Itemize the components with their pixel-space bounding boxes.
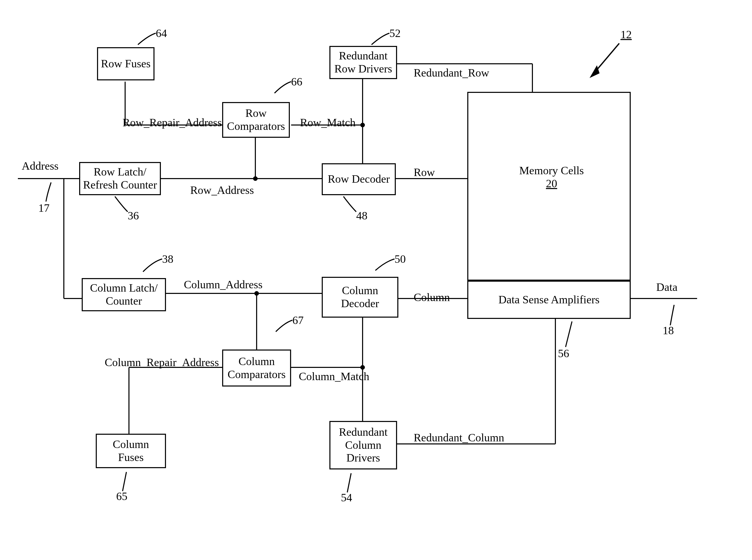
ref-column-comparators: 67 bbox=[292, 314, 304, 327]
block-redundant-row-drivers: Redundant Row Drivers bbox=[329, 46, 397, 79]
signal-column-address: Column_Address bbox=[184, 278, 263, 291]
ref-address: 17 bbox=[38, 202, 50, 215]
row-latch-label: Row Latch/ Refresh Counter bbox=[83, 165, 157, 191]
signal-row-match: Row_Match bbox=[300, 116, 356, 129]
signal-column-match: Column_Match bbox=[299, 370, 369, 383]
signal-row: Row bbox=[414, 166, 435, 179]
ref-row-fuses: 64 bbox=[156, 27, 167, 40]
ref-sense-amps: 56 bbox=[558, 347, 569, 360]
memory-cells-ref: 20 bbox=[546, 177, 557, 190]
signal-row-address: Row_Address bbox=[190, 184, 254, 197]
block-redundant-column-drivers: Redundant Column Drivers bbox=[329, 421, 397, 469]
svg-point-25 bbox=[360, 365, 365, 370]
ref-redundant-column-drivers: 54 bbox=[341, 491, 352, 504]
signal-row-repair-address: Row_Repair_Address bbox=[122, 116, 222, 129]
ref-column-fuses: 65 bbox=[116, 490, 128, 503]
block-column-comparators: Column Comparators bbox=[222, 349, 291, 386]
column-fuses-label: Column Fuses bbox=[99, 438, 162, 464]
signal-column: Column bbox=[414, 291, 450, 304]
signal-data: Data bbox=[656, 281, 677, 294]
ref-row-comparators: 66 bbox=[291, 75, 302, 88]
column-latch-label: Column Latch/ Counter bbox=[90, 282, 157, 307]
row-decoder-label: Row Decoder bbox=[328, 173, 390, 186]
ref-data: 18 bbox=[663, 324, 674, 337]
svg-point-24 bbox=[254, 291, 259, 296]
block-column-latch: Column Latch/ Counter bbox=[82, 278, 166, 311]
block-memory-cells: Memory Cells 20 bbox=[467, 92, 631, 281]
memory-cells-label: Memory Cells bbox=[519, 164, 584, 177]
block-row-fuses: Row Fuses bbox=[97, 47, 154, 80]
ref-column-decoder: 50 bbox=[394, 253, 406, 265]
signal-address: Address bbox=[22, 159, 58, 173]
redundant-row-drivers-label: Redundant Row Drivers bbox=[334, 49, 392, 75]
ref-row-latch: 36 bbox=[128, 209, 139, 222]
figure-ref: 12 bbox=[620, 28, 632, 41]
diagram-canvas: Row Fuses Row Comparators Redundant Row … bbox=[0, 0, 752, 560]
svg-point-23 bbox=[360, 123, 365, 127]
sense-amplifiers-label: Data Sense Amplifiers bbox=[498, 294, 600, 306]
block-row-comparators: Row Comparators bbox=[222, 102, 290, 138]
block-row-decoder: Row Decoder bbox=[322, 163, 396, 195]
ref-column-latch: 38 bbox=[162, 253, 173, 265]
svg-marker-27 bbox=[591, 67, 599, 77]
signal-column-repair-address: Column_Repair_Address bbox=[105, 356, 219, 369]
svg-point-22 bbox=[253, 176, 258, 181]
block-sense-amplifiers: Data Sense Amplifiers bbox=[467, 281, 631, 319]
block-column-decoder: Column Decoder bbox=[322, 277, 398, 318]
row-comparators-label: Row Comparators bbox=[227, 107, 285, 133]
signal-redundant-row: Redundant_Row bbox=[414, 66, 489, 79]
signal-redundant-column: Redundant_Column bbox=[414, 431, 504, 444]
redundant-column-drivers-label: Redundant Column Drivers bbox=[339, 426, 388, 465]
column-decoder-label: Column Decoder bbox=[341, 284, 379, 310]
ref-row-decoder: 48 bbox=[356, 209, 367, 222]
block-row-latch: Row Latch/ Refresh Counter bbox=[79, 162, 161, 195]
row-fuses-label: Row Fuses bbox=[101, 57, 150, 71]
block-column-fuses: Column Fuses bbox=[96, 434, 166, 468]
ref-redundant-row-drivers: 52 bbox=[389, 27, 401, 40]
column-comparators-label: Column Comparators bbox=[228, 355, 286, 381]
